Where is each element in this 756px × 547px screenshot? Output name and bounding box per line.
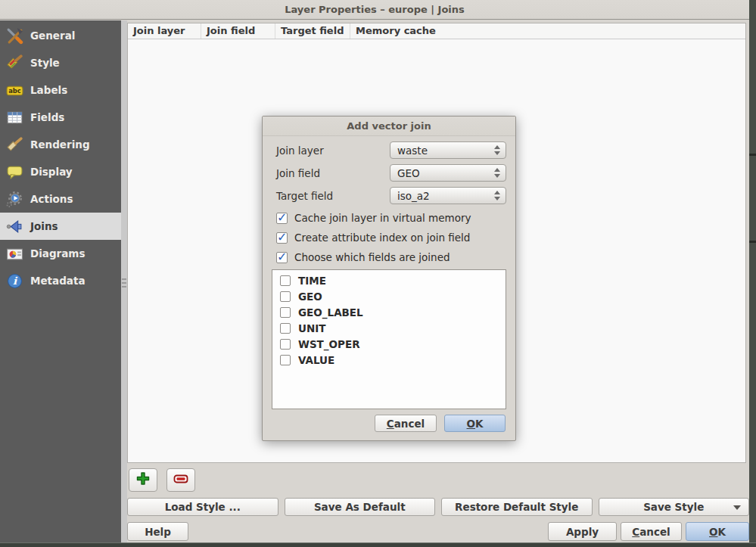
dialog-titlebar[interactable]: Add vector join <box>263 117 515 136</box>
field-checkbox[interactable] <box>280 307 291 318</box>
dialog-cancel-button[interactable]: Cancel <box>375 415 437 432</box>
choose-fields-checkbox[interactable] <box>276 252 288 263</box>
sidebar-item-label: Rendering <box>30 138 90 151</box>
sidebar-item-general[interactable]: General <box>0 22 121 49</box>
choose-fields-label: Choose which fields are joined <box>294 251 450 263</box>
sidebar-item-rendering[interactable]: Rendering <box>0 131 121 158</box>
help-button[interactable]: Help <box>127 522 188 541</box>
load-style-button[interactable]: Load Style ... <box>127 498 278 516</box>
apply-button[interactable]: Apply <box>548 522 617 541</box>
list-item-unit[interactable]: UNIT <box>272 320 506 336</box>
sidebar-item-label: Display <box>30 166 73 178</box>
button-spacer <box>192 522 544 541</box>
list-item-value[interactable]: VALUE <box>272 352 506 368</box>
sidebar-item-actions[interactable]: Actions <box>0 185 121 213</box>
joined-fields-list: TIME GEO GEO_LABEL UNIT WST_OPER VALUE <box>272 269 506 409</box>
sidebar-item-label: Labels <box>30 84 67 96</box>
spin-down-icon[interactable] <box>494 174 500 178</box>
window-right-edge <box>749 0 756 547</box>
add-join-button[interactable] <box>129 468 157 492</box>
sidebar-item-diagrams[interactable]: Diagrams <box>0 240 121 267</box>
column-header-join-field[interactable]: Join field <box>201 23 275 39</box>
sidebar-item-fields[interactable]: Fields <box>0 104 121 131</box>
join-layer-label: Join layer <box>276 145 390 157</box>
sidebar-item-label: Fields <box>30 111 64 123</box>
spin-up-icon[interactable] <box>494 145 500 149</box>
join-layer-combo[interactable]: waste <box>390 141 506 159</box>
edge-mark <box>749 241 756 243</box>
column-header-join-layer[interactable]: Join layer <box>128 23 201 39</box>
ok-button[interactable]: OK <box>686 522 749 541</box>
column-header-memory-cache[interactable]: Memory cache <box>350 23 745 39</box>
joins-table-header: Join layer Join field Target field Memor… <box>128 23 745 39</box>
sidebar-item-label: Style <box>30 57 60 69</box>
sidebar-item-label: Joins <box>30 220 58 232</box>
chart-icon <box>5 244 23 263</box>
list-item-geo[interactable]: GEO <box>272 288 506 304</box>
sidebar-item-label: Diagrams <box>30 247 85 260</box>
list-item-time[interactable]: TIME <box>272 272 506 288</box>
cancel-button[interactable]: Cancel <box>621 522 682 541</box>
dialog-title: Add vector join <box>347 120 431 132</box>
target-field-combo[interactable]: iso_a2 <box>390 187 506 204</box>
sidebar-item-display[interactable]: Display <box>0 158 121 185</box>
paintbrush-icon <box>5 54 23 72</box>
join-field-combo[interactable]: GEO <box>390 164 506 182</box>
edge-mark <box>749 154 756 156</box>
join-field-label: Join field <box>276 167 390 179</box>
join-arrow-icon <box>5 217 23 235</box>
dialog-ok-button[interactable]: OK <box>444 415 506 432</box>
sidebar-item-labels[interactable]: abc Labels <box>0 76 121 104</box>
attribute-index-label: Create attribute index on join field <box>294 232 470 244</box>
dropdown-arrow-icon <box>733 505 741 510</box>
window-titlebar[interactable]: Layer Properties – europe | Joins <box>0 0 749 20</box>
join-field-value: GEO <box>397 167 494 179</box>
table-icon <box>5 108 23 126</box>
paint-roller-icon <box>5 135 23 154</box>
sidebar-splitter[interactable] <box>121 20 127 542</box>
spin-down-icon[interactable] <box>494 197 500 200</box>
cache-join-label: Cache join layer in virtual memory <box>294 212 471 224</box>
spin-down-icon[interactable] <box>494 151 500 155</box>
field-checkbox[interactable] <box>280 339 291 350</box>
sidebar-item-label: General <box>30 30 75 42</box>
remove-join-button[interactable] <box>166 468 195 492</box>
sidebar-item-style[interactable]: Style <box>0 49 121 76</box>
save-as-default-button[interactable]: Save As Default <box>285 498 436 516</box>
sidebar-item-joins[interactable]: Joins <box>0 213 121 240</box>
attribute-index-checkbox[interactable] <box>276 232 288 244</box>
abc-tag-icon: abc <box>5 81 23 99</box>
spinner <box>494 168 500 178</box>
spinner <box>494 191 500 200</box>
restore-default-style-button[interactable]: Restore Default Style <box>441 498 593 516</box>
minus-icon <box>172 472 190 488</box>
tools-icon <box>5 26 23 45</box>
spin-up-icon[interactable] <box>494 168 500 172</box>
list-item-wst-oper[interactable]: WST_OPER <box>272 336 506 352</box>
speech-bubble-icon <box>5 163 23 181</box>
target-field-label: Target field <box>276 190 390 202</box>
field-checkbox[interactable] <box>280 291 291 302</box>
spin-up-icon[interactable] <box>494 191 500 194</box>
target-field-value: iso_a2 <box>397 190 494 202</box>
gear-action-icon <box>5 190 23 208</box>
sidebar: General Style abc <box>0 20 121 542</box>
sidebar-item-label: Actions <box>30 193 73 205</box>
svg-text:abc: abc <box>8 87 21 95</box>
field-checkbox[interactable] <box>280 275 291 286</box>
sidebar-item-metadata[interactable]: i Metadata <box>0 267 121 294</box>
list-item-geo-label[interactable]: GEO_LABEL <box>272 304 506 320</box>
info-icon: i <box>5 272 23 290</box>
column-header-target-field[interactable]: Target field <box>275 23 350 39</box>
spinner <box>494 145 500 155</box>
plus-icon <box>135 471 151 489</box>
cache-join-checkbox[interactable] <box>276 213 288 224</box>
splitter-grip-icon <box>122 276 126 290</box>
add-vector-join-dialog: Add vector join Join layer waste Join fi… <box>262 116 516 441</box>
save-style-button[interactable]: Save Style <box>599 498 750 516</box>
window-title: Layer Properties – europe | Joins <box>285 4 465 15</box>
field-checkbox[interactable] <box>280 355 291 365</box>
field-checkbox[interactable] <box>280 323 291 334</box>
window-bottom-edge <box>0 542 756 547</box>
sidebar-item-label: Metadata <box>30 275 86 287</box>
